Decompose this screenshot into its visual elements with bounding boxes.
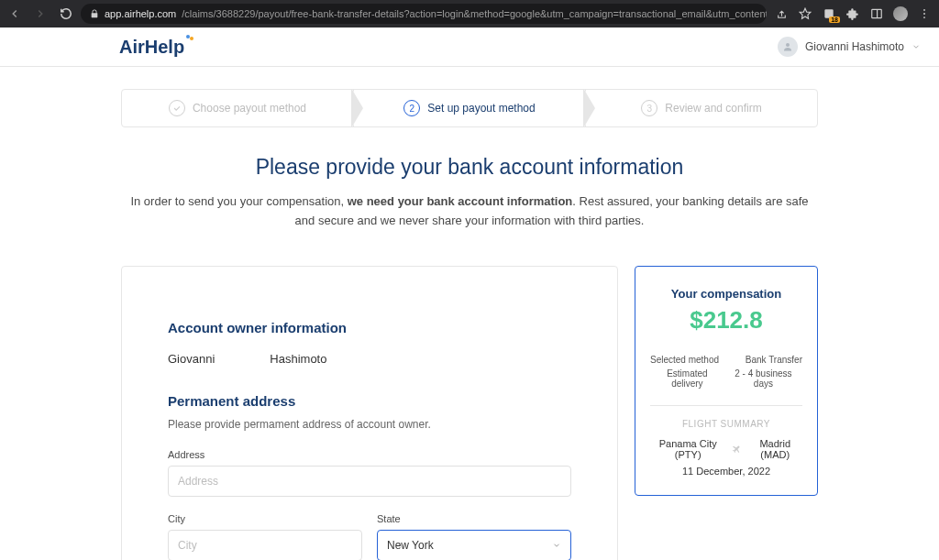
svg-point-4 — [923, 9, 925, 11]
account-owner-title: Account owner information — [168, 320, 571, 335]
logo-text: AirHelp — [119, 37, 184, 57]
address-input[interactable] — [168, 466, 571, 497]
origin: Panama City (PTY) — [650, 438, 725, 460]
chevron-down-icon — [552, 541, 561, 550]
selected-method-value: Bank Transfer — [746, 355, 802, 365]
address-label: Address — [168, 449, 571, 460]
menu-dots-icon[interactable] — [917, 6, 932, 21]
selected-method-label: Selected method — [650, 355, 719, 365]
flight-date: 11 December, 2022 — [650, 466, 802, 477]
state-label: State — [377, 513, 571, 524]
svg-point-6 — [923, 16, 925, 18]
city-label: City — [168, 513, 362, 524]
permanent-address-title: Permanent address — [168, 393, 571, 409]
app-header: AirHelp Giovanni Hashimoto — [0, 27, 939, 67]
nav-arrows — [7, 6, 73, 21]
browser-chrome: app.airhelp.com /claims/3688229/payout/f… — [0, 0, 939, 27]
step-number-icon: 2 — [403, 100, 420, 116]
step-label: Review and confirm — [665, 102, 761, 115]
panel-icon[interactable] — [869, 6, 884, 21]
permanent-address-hint: Please provide permament address of acco… — [168, 418, 571, 431]
compensation-card: Your compensation $212.8 Selected method… — [635, 266, 818, 496]
user-menu[interactable]: Giovanni Hashimoto — [778, 37, 921, 57]
star-icon[interactable] — [798, 6, 812, 21]
step-label: Set up payout method — [427, 102, 535, 115]
city-input[interactable] — [168, 530, 362, 560]
svg-marker-0 — [800, 8, 811, 18]
step-review-confirm[interactable]: 3 Review and confirm — [586, 90, 817, 126]
extension-icon[interactable]: 18 — [822, 6, 836, 21]
share-icon[interactable] — [774, 6, 789, 21]
step-setup-payout[interactable]: 2 Set up payout method — [353, 90, 586, 126]
destination: Madrid (MAD) — [747, 438, 802, 460]
compensation-amount: $212.8 — [650, 306, 802, 335]
logo[interactable]: AirHelp — [119, 37, 184, 58]
profile-avatar-icon[interactable] — [893, 6, 908, 21]
svg-point-5 — [923, 13, 925, 15]
back-button[interactable] — [7, 6, 22, 21]
plane-icon — [731, 444, 742, 455]
page-description: In order to send you your compensation, … — [121, 192, 818, 231]
page-title: Please provide your bank account informa… — [121, 155, 818, 180]
state-value: New York — [387, 539, 434, 552]
stepper: Choose payout method 2 Set up payout met… — [121, 89, 818, 127]
delivery-label: Estimated delivery — [650, 368, 724, 389]
extensions-puzzle-icon[interactable] — [845, 6, 860, 21]
user-name: Giovanni Hashimoto — [805, 40, 904, 53]
delivery-value: 2 - 4 business days — [724, 368, 802, 389]
state-select[interactable]: New York — [377, 530, 571, 560]
flight-summary-label: FLIGHT SUMMARY — [650, 419, 802, 429]
forward-button[interactable] — [33, 6, 48, 21]
toolbar-icons: 18 — [774, 6, 932, 21]
extension-badge: 18 — [829, 16, 840, 23]
logo-mark — [186, 35, 193, 42]
last-name-value: Hashimoto — [270, 352, 326, 366]
check-icon — [169, 100, 185, 116]
delivery-row: Estimated delivery 2 - 4 business days — [650, 368, 802, 389]
compensation-title: Your compensation — [650, 287, 802, 301]
avatar-icon — [778, 37, 798, 57]
url-bar[interactable]: app.airhelp.com /claims/3688229/payout/f… — [81, 4, 767, 24]
selected-method-row: Selected method Bank Transfer — [650, 355, 802, 365]
step-number-icon: 3 — [641, 100, 657, 116]
divider — [650, 405, 802, 406]
flight-route: Panama City (PTY) Madrid (MAD) — [650, 438, 802, 460]
svg-point-7 — [786, 43, 790, 47]
url-path: /claims/3688229/payout/free-bank-transfe… — [182, 8, 767, 19]
form-card: Account owner information Giovanni Hashi… — [121, 266, 618, 560]
url-host: app.airhelp.com — [105, 8, 176, 19]
step-label: Choose payout method — [193, 102, 306, 115]
lock-icon — [90, 9, 99, 18]
owner-name-row: Giovanni Hashimoto — [168, 352, 571, 366]
reload-button[interactable] — [59, 6, 73, 21]
chevron-down-icon — [911, 42, 921, 51]
first-name-value: Giovanni — [168, 352, 215, 366]
step-choose-payout[interactable]: Choose payout method — [122, 90, 353, 126]
